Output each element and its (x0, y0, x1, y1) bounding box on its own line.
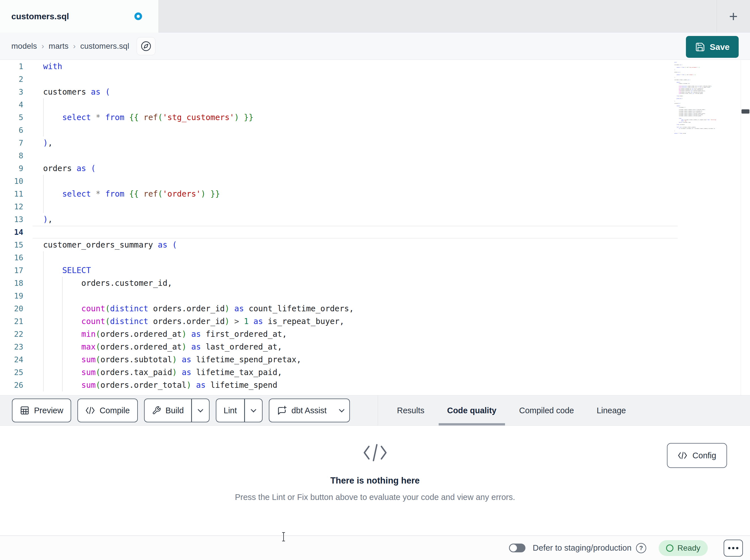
defer-label: Defer to staging/production (533, 543, 631, 553)
code-line[interactable]: 18 orders.customer_id, (0, 277, 678, 290)
breadcrumb-models[interactable]: models (11, 42, 37, 51)
code-icon (85, 407, 95, 414)
code-slash-icon (361, 443, 389, 462)
code-line[interactable]: 2 (0, 73, 678, 86)
indent-guide (43, 98, 44, 137)
breadcrumb-separator: › (73, 42, 76, 51)
status-circle-icon (666, 544, 673, 552)
status-badge: Ready (659, 540, 708, 556)
code-line[interactable]: 26 sum(orders.order_total) as lifetime_s… (0, 379, 678, 392)
code-line[interactable]: 25 sum(orders.tax_paid) as lifetime_tax_… (0, 366, 678, 379)
tab-code-quality[interactable]: Code quality (447, 395, 496, 426)
line-number: 25 (0, 366, 33, 379)
code-text: sum(orders.tax_paid) as lifetime_tax_pai… (33, 366, 678, 379)
code-line[interactable]: 4 (0, 98, 678, 111)
line-number: 5 (0, 111, 33, 124)
line-number: 21 (0, 315, 33, 328)
strip-divider (378, 395, 378, 426)
button-label: Lint (224, 406, 237, 415)
code-line[interactable]: 5 select * from {{ ref('stg_customers') … (0, 111, 678, 124)
dot-icon (728, 547, 730, 549)
button-label: Compile (100, 406, 130, 415)
more-options-button[interactable] (724, 540, 743, 557)
code-line[interactable]: 24 sum(orders.subtotal) as lifetime_spen… (0, 353, 678, 366)
code-text: orders as ( (33, 162, 678, 175)
code-line[interactable]: 21 count(distinct orders.order_id) > 1 a… (0, 315, 678, 328)
tab-title: customers.sql (11, 12, 134, 21)
code-line[interactable]: 14 (0, 226, 678, 238)
save-button[interactable]: Save (686, 36, 739, 58)
breadcrumb-marts[interactable]: marts (49, 42, 68, 51)
code-line[interactable]: 1with (0, 60, 678, 73)
code-text: count(distinct orders.order_id) > 1 as i… (33, 315, 678, 328)
lineage-compass-button[interactable] (137, 37, 155, 55)
code-line[interactable]: 15customer_orders_summary as ( (0, 238, 678, 251)
code-line[interactable]: 10 (0, 175, 678, 188)
button-label: Build (165, 406, 184, 415)
code-line[interactable]: 6 (0, 124, 678, 137)
minimap[interactable]: with customers as ( select * from {{ ref… (674, 62, 738, 141)
code-line[interactable]: 12 (0, 200, 678, 213)
code-line[interactable]: 7), (0, 137, 678, 149)
code-line[interactable]: 11 select * from {{ ref('orders') }} (0, 188, 678, 200)
tab-compiled-code[interactable]: Compiled code (519, 395, 574, 426)
lint-button[interactable]: Lint (216, 398, 262, 422)
code-line[interactable]: 19 (0, 290, 678, 302)
code-text (33, 226, 678, 238)
code-line[interactable]: 23 max(orders.ordered_at) as last_ordere… (0, 340, 678, 353)
scrollbar-thumb[interactable] (742, 109, 749, 113)
code-text: orders.customer_id, (33, 277, 678, 290)
code-text: min(orders.ordered_at) as first_ordered_… (33, 328, 678, 340)
chevron-down-icon (198, 407, 203, 412)
code-text: ), (33, 213, 678, 226)
code-text (33, 149, 678, 162)
chevron-down-button[interactable] (192, 399, 209, 422)
line-number: 20 (0, 302, 33, 315)
code-text: ), (33, 137, 678, 149)
line-number: 3 (0, 86, 33, 98)
chevron-down-button[interactable] (245, 399, 262, 422)
compile-button[interactable]: Compile (77, 398, 138, 422)
defer-toggle[interactable] (509, 544, 526, 552)
code-text (33, 175, 678, 188)
code-quality-panel: Config There is nothing here Press the L… (0, 426, 750, 535)
code-line[interactable]: 9orders as ( (0, 162, 678, 175)
text-cursor (281, 532, 287, 542)
code-line[interactable]: 8 (0, 149, 678, 162)
breadcrumb-separator: › (41, 42, 44, 51)
editor-scrollbar[interactable] (741, 60, 750, 395)
code-line[interactable]: 3customers as ( (0, 86, 678, 98)
line-number: 23 (0, 340, 33, 353)
indent-guide (43, 175, 44, 213)
code-editor[interactable]: 1with23customers as (45 select * from {{… (0, 60, 750, 395)
code-line[interactable]: 13), (0, 213, 678, 226)
table-icon (20, 406, 29, 415)
code-line[interactable]: 16 (0, 251, 678, 264)
chevron-down-button[interactable] (334, 399, 349, 422)
chevron-down-icon (339, 407, 344, 412)
plus-icon: + (729, 8, 737, 25)
tab-customers-sql[interactable]: customers.sql (0, 0, 159, 33)
tab-lineage[interactable]: Lineage (597, 395, 626, 426)
code-line[interactable]: 17 SELECT (0, 264, 678, 277)
code-line[interactable]: 20 count(distinct orders.order_id) as co… (0, 302, 678, 315)
line-number: 6 (0, 124, 33, 137)
breadcrumb-customers-sql: customers.sql (80, 42, 129, 51)
code-line[interactable]: 22 min(orders.ordered_at) as first_order… (0, 328, 678, 340)
preview-button[interactable]: Preview (12, 398, 71, 422)
indent-guide (43, 251, 44, 392)
new-tab-button[interactable]: + (716, 0, 750, 33)
tab-results[interactable]: Results (397, 395, 425, 426)
code-text: customers as ( (33, 86, 678, 98)
line-number: 11 (0, 188, 33, 200)
help-icon[interactable]: ? (636, 543, 646, 553)
dbt-assist-button[interactable]: dbt Assist (269, 398, 350, 422)
code-lines: 1with23customers as (45 select * from {{… (0, 60, 678, 392)
code-text: count(distinct orders.order_id) as count… (33, 302, 678, 315)
code-text (33, 200, 678, 213)
action-strip: PreviewCompileBuildLintdbt Assist Result… (0, 395, 750, 426)
build-button[interactable]: Build (144, 398, 210, 422)
line-number: 10 (0, 175, 33, 188)
line-number: 13 (0, 213, 33, 226)
indent-guide (62, 277, 63, 392)
